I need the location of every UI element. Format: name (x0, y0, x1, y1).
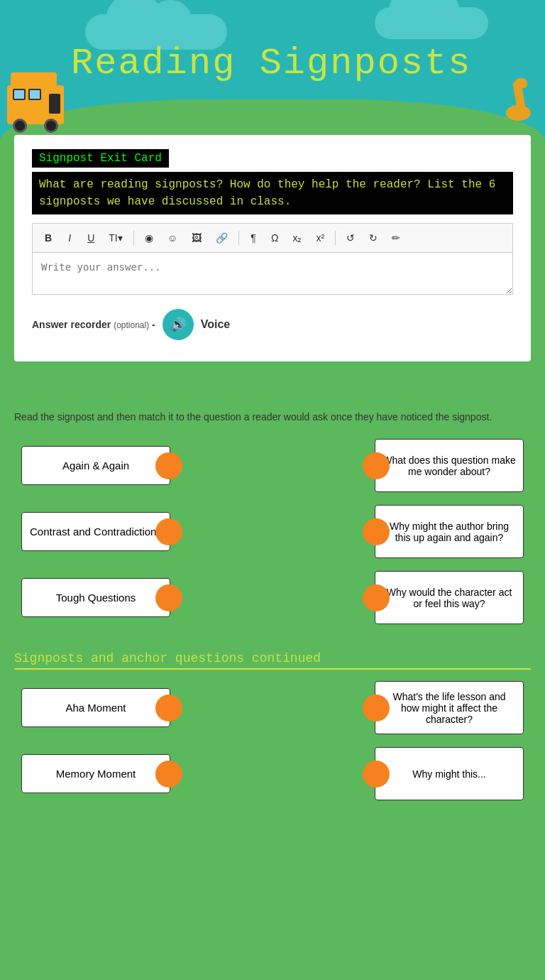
recorder-voice-label: Voice (201, 318, 231, 331)
exit-card-question: What are reading signposts? How do they … (32, 172, 513, 214)
section2-bg: Signposts and anchor questions continued… (0, 637, 545, 842)
image-button[interactable]: 🖼 (187, 229, 207, 246)
toolbar-divider-3 (335, 231, 336, 245)
answer-box-2[interactable]: Why might the author bring this up again… (375, 505, 524, 558)
signpost-box-2[interactable]: Contrast and Contradictions (21, 512, 170, 551)
bus-wheel-right (44, 119, 58, 133)
bus-door (49, 94, 60, 114)
cloud-right (375, 7, 488, 39)
school-bus (7, 85, 64, 124)
answer-box-5[interactable]: Why might this... (375, 747, 524, 800)
bus-wheel-left (13, 119, 27, 133)
matching-row-1: Again & Again What does this question ma… (21, 439, 524, 492)
recorder-button[interactable]: 🔊 (163, 309, 194, 340)
answer-circle-3 (363, 584, 390, 611)
answer-box-1[interactable]: What does this question make me wonder a… (375, 439, 524, 492)
answer-circle-4 (363, 695, 390, 722)
section2: Signposts and anchor questions continued… (0, 637, 545, 820)
answer-box-4[interactable]: What's the life lesson and how might it … (375, 681, 524, 734)
answer-box-3[interactable]: Why would the character act or feel this… (375, 571, 524, 624)
emoji-button[interactable]: ☺ (163, 229, 182, 246)
section2-title: Signposts and anchor questions continued (14, 651, 531, 670)
signpost-box-3[interactable]: Tough Questions (21, 578, 170, 617)
signpost-box-4[interactable]: Aha Moment (21, 688, 170, 727)
matching-row-3: Tough Questions Why would the character … (21, 571, 524, 624)
section-matching: Matching the signpost to an anchor quest… (14, 383, 531, 624)
link-button[interactable]: 🔗 (211, 229, 233, 246)
signpost-circle-1 (155, 452, 182, 479)
signpost-box-1[interactable]: Again & Again (21, 446, 170, 485)
omega-button[interactable]: Ω (266, 229, 283, 246)
giraffe (502, 78, 531, 128)
subscript-button[interactable]: x₂ (287, 229, 307, 246)
clear-format-button[interactable]: ✏ (387, 229, 405, 246)
header: Reading Signposts (0, 0, 545, 142)
matching-container: Again & Again What does this question ma… (14, 439, 531, 624)
bus-top (11, 72, 57, 87)
answer-input[interactable] (32, 252, 513, 295)
matching-row-2: Contrast and Contradictions Why might th… (21, 505, 524, 558)
paragraph-button[interactable]: ¶ (245, 229, 262, 246)
editor-toolbar: B I U TI▾ ◉ ☺ 🖼 🔗 ¶ Ω x₂ x² ↺ ↻ ✏ (32, 223, 513, 252)
answer-circle-1 (363, 452, 390, 479)
matching-row-5: Memory Moment Why might this... (21, 747, 524, 800)
answer-recorder-row: Answer recorder (optional) - 🔊 Voice (32, 309, 513, 340)
underline-button[interactable]: U (82, 229, 99, 246)
exit-card-title: Signpost Exit Card (32, 149, 169, 168)
bus-window-2 (28, 89, 41, 100)
section1-title: Matching the signpost to an anchor quest… (14, 383, 531, 401)
text-style-button[interactable]: TI▾ (104, 229, 127, 246)
italic-button[interactable]: I (61, 229, 78, 246)
bold-button[interactable]: B (40, 229, 57, 246)
answer-circle-2 (363, 518, 390, 545)
section1-description: Read the signpost and then match it to t… (14, 410, 531, 425)
undo-button[interactable]: ↺ (341, 229, 360, 246)
speaker-icon: 🔊 (170, 317, 186, 332)
signpost-circle-5 (155, 761, 182, 788)
answer-circle-5 (363, 761, 390, 788)
toolbar-divider-2 (238, 231, 239, 245)
page-title: Reading Signposts (71, 43, 502, 85)
bus-body (7, 85, 64, 124)
color-button[interactable]: ◉ (140, 229, 158, 246)
superscript-button[interactable]: x² (311, 229, 329, 246)
signpost-box-5[interactable]: Memory Moment (21, 754, 170, 793)
signpost-circle-3 (155, 584, 182, 611)
matching-container-2: Aha Moment What's the life lesson and ho… (14, 681, 531, 800)
main-card: Signpost Exit Card What are reading sign… (14, 135, 531, 361)
toolbar-divider-1 (133, 231, 134, 245)
matching-row-4: Aha Moment What's the life lesson and ho… (21, 681, 524, 734)
redo-button[interactable]: ↻ (364, 229, 382, 246)
giraffe-body (506, 105, 531, 121)
recorder-label: Answer recorder (optional) - (32, 319, 155, 330)
signpost-circle-4 (155, 695, 182, 722)
bus-window-1 (13, 89, 26, 100)
signpost-circle-2 (155, 518, 182, 545)
